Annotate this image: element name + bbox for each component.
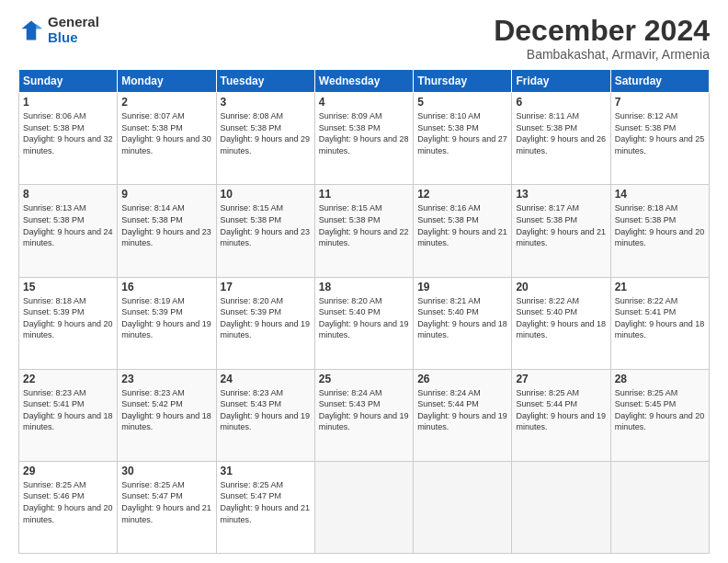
day-cell: 4Sunrise: 8:09 AMSunset: 5:38 PMDaylight… bbox=[314, 93, 413, 185]
day-cell bbox=[314, 461, 413, 553]
day-cell: 29Sunrise: 8:25 AMSunset: 5:46 PMDayligh… bbox=[19, 461, 118, 553]
day-number: 18 bbox=[319, 281, 409, 293]
day-number: 14 bbox=[615, 188, 705, 201]
day-info: Sunrise: 8:09 AMSunset: 5:38 PMDaylight:… bbox=[319, 111, 409, 155]
day-info: Sunrise: 8:23 AMSunset: 5:42 PMDaylight:… bbox=[121, 388, 211, 432]
day-number: 3 bbox=[221, 96, 311, 109]
day-number: 21 bbox=[615, 281, 705, 293]
day-cell: 7Sunrise: 8:12 AMSunset: 5:38 PMDaylight… bbox=[610, 93, 709, 185]
day-number: 2 bbox=[121, 96, 211, 109]
day-cell: 9Sunrise: 8:14 AMSunset: 5:38 PMDaylight… bbox=[118, 185, 216, 277]
day-cell: 20Sunrise: 8:22 AMSunset: 5:40 PMDayligh… bbox=[512, 277, 610, 369]
day-number: 25 bbox=[319, 373, 409, 385]
day-info: Sunrise: 8:07 AMSunset: 5:38 PMDaylight:… bbox=[121, 111, 211, 155]
day-number: 20 bbox=[516, 281, 606, 293]
day-number: 31 bbox=[221, 465, 311, 477]
day-number: 16 bbox=[121, 281, 211, 293]
day-info: Sunrise: 8:23 AMSunset: 5:43 PMDaylight:… bbox=[221, 388, 311, 432]
day-cell: 11Sunrise: 8:15 AMSunset: 5:38 PMDayligh… bbox=[314, 185, 413, 277]
day-cell: 30Sunrise: 8:25 AMSunset: 5:47 PMDayligh… bbox=[118, 461, 216, 553]
day-number: 24 bbox=[221, 373, 311, 385]
day-info: Sunrise: 8:13 AMSunset: 5:38 PMDaylight:… bbox=[23, 203, 113, 247]
day-cell: 28Sunrise: 8:25 AMSunset: 5:45 PMDayligh… bbox=[610, 369, 709, 461]
day-cell: 26Sunrise: 8:24 AMSunset: 5:44 PMDayligh… bbox=[414, 369, 512, 461]
day-number: 10 bbox=[221, 188, 311, 201]
day-number: 9 bbox=[121, 188, 211, 201]
day-info: Sunrise: 8:08 AMSunset: 5:38 PMDaylight:… bbox=[221, 111, 311, 155]
day-number: 22 bbox=[23, 373, 113, 385]
day-info: Sunrise: 8:15 AMSunset: 5:38 PMDaylight:… bbox=[319, 203, 409, 247]
header-day-sunday: Sunday bbox=[19, 70, 118, 93]
day-number: 6 bbox=[516, 96, 606, 109]
day-info: Sunrise: 8:20 AMSunset: 5:40 PMDaylight:… bbox=[319, 296, 409, 340]
day-cell: 31Sunrise: 8:25 AMSunset: 5:47 PMDayligh… bbox=[216, 461, 314, 553]
day-info: Sunrise: 8:21 AMSunset: 5:40 PMDaylight:… bbox=[417, 296, 507, 340]
week-row-2: 8Sunrise: 8:13 AMSunset: 5:38 PMDaylight… bbox=[19, 185, 710, 277]
day-number: 26 bbox=[417, 373, 507, 385]
day-number: 8 bbox=[23, 188, 113, 201]
day-cell: 14Sunrise: 8:18 AMSunset: 5:38 PMDayligh… bbox=[610, 185, 709, 277]
header-day-friday: Friday bbox=[512, 70, 610, 93]
day-info: Sunrise: 8:18 AMSunset: 5:39 PMDaylight:… bbox=[23, 296, 113, 340]
day-number: 12 bbox=[417, 188, 507, 201]
header-day-tuesday: Tuesday bbox=[216, 70, 314, 93]
logo-general-text: General bbox=[48, 15, 99, 30]
day-number: 29 bbox=[23, 465, 113, 477]
day-cell: 10Sunrise: 8:15 AMSunset: 5:38 PMDayligh… bbox=[216, 185, 314, 277]
day-info: Sunrise: 8:22 AMSunset: 5:40 PMDaylight:… bbox=[516, 296, 606, 340]
day-cell: 19Sunrise: 8:21 AMSunset: 5:40 PMDayligh… bbox=[414, 277, 512, 369]
day-info: Sunrise: 8:20 AMSunset: 5:39 PMDaylight:… bbox=[221, 296, 311, 340]
day-info: Sunrise: 8:22 AMSunset: 5:41 PMDaylight:… bbox=[615, 296, 705, 340]
day-cell: 25Sunrise: 8:24 AMSunset: 5:43 PMDayligh… bbox=[314, 369, 413, 461]
day-info: Sunrise: 8:17 AMSunset: 5:38 PMDaylight:… bbox=[516, 203, 606, 247]
day-cell: 22Sunrise: 8:23 AMSunset: 5:41 PMDayligh… bbox=[19, 369, 118, 461]
day-number: 4 bbox=[319, 96, 409, 109]
calendar-subtitle: Bambakashat, Armavir, Armenia bbox=[494, 47, 710, 62]
day-cell: 27Sunrise: 8:25 AMSunset: 5:44 PMDayligh… bbox=[512, 369, 610, 461]
calendar-title: December 2024 bbox=[494, 15, 710, 47]
day-number: 7 bbox=[615, 96, 705, 109]
day-info: Sunrise: 8:25 AMSunset: 5:46 PMDaylight:… bbox=[23, 480, 113, 524]
day-info: Sunrise: 8:14 AMSunset: 5:38 PMDaylight:… bbox=[121, 203, 211, 247]
day-cell: 17Sunrise: 8:20 AMSunset: 5:39 PMDayligh… bbox=[216, 277, 314, 369]
logo-icon bbox=[18, 17, 44, 43]
week-row-1: 1Sunrise: 8:06 AMSunset: 5:38 PMDaylight… bbox=[19, 93, 710, 185]
day-number: 27 bbox=[516, 373, 606, 385]
day-cell: 8Sunrise: 8:13 AMSunset: 5:38 PMDaylight… bbox=[19, 185, 118, 277]
page: General Blue December 2024 Bambakashat, … bbox=[0, 0, 728, 563]
svg-marker-0 bbox=[22, 20, 41, 40]
day-info: Sunrise: 8:24 AMSunset: 5:43 PMDaylight:… bbox=[319, 388, 409, 432]
day-cell: 23Sunrise: 8:23 AMSunset: 5:42 PMDayligh… bbox=[118, 369, 216, 461]
day-cell: 12Sunrise: 8:16 AMSunset: 5:38 PMDayligh… bbox=[414, 185, 512, 277]
day-cell: 3Sunrise: 8:08 AMSunset: 5:38 PMDaylight… bbox=[216, 93, 314, 185]
header-day-thursday: Thursday bbox=[414, 70, 512, 93]
logo: General Blue bbox=[18, 15, 99, 45]
day-cell bbox=[512, 461, 610, 553]
day-number: 5 bbox=[417, 96, 507, 109]
day-info: Sunrise: 8:25 AMSunset: 5:45 PMDaylight:… bbox=[615, 388, 705, 432]
day-number: 15 bbox=[23, 281, 113, 293]
day-number: 28 bbox=[615, 373, 705, 385]
header-row: SundayMondayTuesdayWednesdayThursdayFrid… bbox=[19, 70, 710, 93]
logo-text: General Blue bbox=[48, 15, 99, 45]
day-cell: 24Sunrise: 8:23 AMSunset: 5:43 PMDayligh… bbox=[216, 369, 314, 461]
day-info: Sunrise: 8:11 AMSunset: 5:38 PMDaylight:… bbox=[516, 111, 606, 155]
week-row-3: 15Sunrise: 8:18 AMSunset: 5:39 PMDayligh… bbox=[19, 277, 710, 369]
day-info: Sunrise: 8:24 AMSunset: 5:44 PMDaylight:… bbox=[417, 388, 507, 432]
day-number: 17 bbox=[221, 281, 311, 293]
day-cell bbox=[610, 461, 709, 553]
day-cell: 2Sunrise: 8:07 AMSunset: 5:38 PMDaylight… bbox=[118, 93, 216, 185]
calendar-table: SundayMondayTuesdayWednesdayThursdayFrid… bbox=[18, 69, 710, 554]
day-info: Sunrise: 8:10 AMSunset: 5:38 PMDaylight:… bbox=[417, 111, 507, 155]
header: General Blue December 2024 Bambakashat, … bbox=[18, 15, 710, 62]
calendar-header: SundayMondayTuesdayWednesdayThursdayFrid… bbox=[19, 70, 710, 93]
logo-blue-text: Blue bbox=[48, 30, 99, 46]
day-number: 23 bbox=[121, 373, 211, 385]
day-number: 11 bbox=[319, 188, 409, 201]
calendar-body: 1Sunrise: 8:06 AMSunset: 5:38 PMDaylight… bbox=[19, 93, 710, 554]
day-number: 19 bbox=[417, 281, 507, 293]
header-day-saturday: Saturday bbox=[610, 70, 709, 93]
day-info: Sunrise: 8:16 AMSunset: 5:38 PMDaylight:… bbox=[417, 203, 507, 247]
week-row-5: 29Sunrise: 8:25 AMSunset: 5:46 PMDayligh… bbox=[19, 461, 710, 553]
title-block: December 2024 Bambakashat, Armavir, Arme… bbox=[494, 15, 710, 62]
